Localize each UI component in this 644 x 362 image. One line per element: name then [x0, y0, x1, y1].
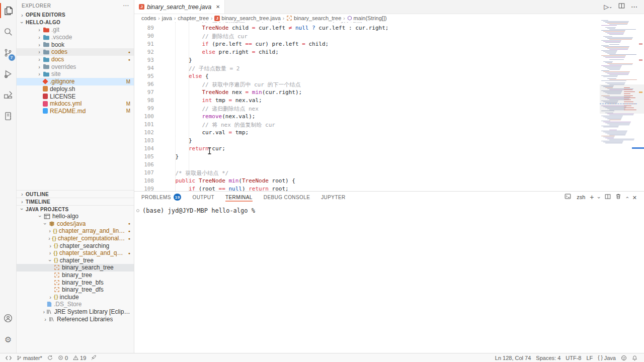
activity-item-settings[interactable]: ⚙: [0, 329, 17, 350]
split-panel-button[interactable]: [605, 193, 611, 202]
minimap[interactable]: [600, 20, 638, 147]
explorer-item-LICENSE[interactable]: LICENSE: [17, 93, 134, 100]
java-tree-item-chapter_array_and_linkedlist[interactable]: ›{ }chapter_array_and_linkedlist●: [17, 227, 134, 235]
explorer-item-docs[interactable]: ›docs●: [17, 56, 134, 63]
status-item-bell[interactable]: [629, 355, 640, 361]
project-root-section[interactable]: › HELLO-ALGO: [17, 19, 134, 26]
close-icon[interactable]: ✕: [216, 4, 220, 10]
code-text: if (root == null) return root;: [162, 186, 289, 191]
status-item-branch[interactable]: master*: [14, 355, 45, 361]
outline-section[interactable]: › OUTLINE: [17, 190, 134, 198]
chevron-right-icon: ›: [36, 27, 43, 33]
activity-item-source-control[interactable]: 7: [0, 42, 17, 63]
breadcrumb-item[interactable]: codes: [141, 15, 156, 21]
java-tree-item-binary_tree[interactable]: binary_tree: [17, 272, 134, 279]
status-item-braces[interactable]: { }Java: [595, 355, 618, 361]
status-item-warning[interactable]: 19: [70, 355, 89, 361]
more-actions-button[interactable]: ⋯: [631, 2, 638, 11]
code-text: else pre.right = child;: [162, 49, 279, 57]
status-item-sync[interactable]: [45, 355, 55, 360]
terminal-shell-button[interactable]: [565, 193, 571, 202]
breadcrumb-label: codes: [141, 15, 156, 21]
minimap-warning-squiggle: [600, 104, 637, 104]
line-number: 102: [134, 129, 162, 137]
java-tree-item-binary_tree_dfs[interactable]: binary_tree_dfs: [17, 286, 134, 294]
explorer-item-overrides[interactable]: ›overrides: [17, 63, 134, 70]
java-projects-section[interactable]: › JAVA PROJECTS: [17, 205, 134, 213]
status-bar: master*019 Ln 128, Col 74Spaces: 4UTF-8L…: [0, 353, 644, 362]
tree-item-label: Referenced Libraries: [57, 316, 113, 323]
java-tree-item--ds_store[interactable]: .DS_Store: [17, 301, 134, 308]
terminal[interactable]: (base) jyd@JYD-MBP hello-algo %: [134, 203, 644, 214]
breadcrumb-item[interactable]: chapter_tree: [178, 15, 209, 21]
explorer-item-site[interactable]: ›site: [17, 70, 134, 78]
new-terminal-button[interactable]: +: [590, 193, 594, 202]
breadcrumb-item[interactable]: main(String[]): [347, 15, 387, 21]
status-item-error[interactable]: 0: [55, 355, 70, 361]
activity-item-account[interactable]: [0, 308, 17, 329]
chevron-down-icon: ›: [19, 206, 25, 213]
status-item-spaces-4[interactable]: Spaces: 4: [533, 355, 563, 361]
java-tree-item-hello-algo[interactable]: ›hello-algo: [17, 213, 134, 220]
package-icon: [49, 221, 55, 227]
open-editors-section[interactable]: › OPEN EDITORS: [17, 11, 134, 19]
code-editor[interactable]: 88 // 当子结点数量 = 0 / 1 时， child = null / 该…: [134, 22, 600, 191]
kill-terminal-button[interactable]: [615, 193, 621, 202]
breadcrumb-item[interactable]: Jbinary_search_tree.java: [214, 15, 280, 21]
explorer-item-.git[interactable]: ›.git: [17, 26, 134, 34]
activity-item-search[interactable]: [0, 21, 17, 42]
explorer-item-mkdocs.yml[interactable]: mkdocs.ymlM: [17, 100, 134, 108]
dropdown-button[interactable]: ›: [598, 193, 600, 202]
status-item-rocket[interactable]: [89, 355, 99, 360]
explorer-item-.vscode[interactable]: ›.vscode: [17, 34, 134, 41]
tab-binary-search-tree[interactable]: J binary_search_tree.java ✕: [134, 0, 225, 14]
java-tree-item-jre-system-library-eclipse-temurin-17-17-[interactable]: ›JRE System Library [Eclipse Temurin 17 …: [17, 308, 134, 316]
breadcrumb-label: java: [162, 15, 172, 21]
status-item-lf[interactable]: LF: [584, 355, 595, 361]
panel-tab-problems[interactable]: PROBLEMS19: [141, 192, 181, 203]
activity-item-extensions[interactable]: [0, 84, 17, 106]
minimap-slider[interactable]: [600, 84, 644, 114]
code-line-108: 108 public TreeNode min(TreeNode root) {: [134, 177, 600, 186]
activity-item-run-debug[interactable]: [0, 63, 17, 84]
status-item-feedback[interactable]: [618, 355, 629, 361]
kill-terminal-icon: [615, 193, 621, 200]
java-tree-item-binary_search_tree[interactable]: binary_search_tree: [17, 264, 134, 272]
more-actions-icon[interactable]: ⋯: [123, 2, 129, 9]
status-item-remote[interactable]: [3, 355, 14, 360]
java-tree-item-referenced-libraries[interactable]: ›Referenced Libraries: [17, 315, 134, 323]
timeline-section[interactable]: › TIMELINE: [17, 198, 134, 205]
java-tree-item-codes-java[interactable]: ›codes/java●: [17, 220, 134, 228]
explorer-item-.gitignore[interactable]: .gitignoreM: [17, 78, 134, 85]
panel-tab-terminal[interactable]: TERMINAL: [225, 192, 253, 203]
run-button[interactable]: ▷⌄: [604, 2, 612, 11]
activity-item-notebook[interactable]: [0, 106, 17, 127]
explorer-item-codes[interactable]: ›codes●: [17, 48, 134, 56]
java-tree-item-chapter_searching[interactable]: ›{ }chapter_searching: [17, 242, 134, 249]
close-panel-button[interactable]: ✕: [632, 193, 637, 202]
explorer-item-book[interactable]: ›book: [17, 41, 134, 48]
activity-item-explorer[interactable]: [0, 0, 17, 21]
panel-tab-debug-console[interactable]: DEBUG CONSOLE: [264, 192, 310, 203]
rocket-icon: [91, 355, 97, 360]
status-item-ln-128-col-74[interactable]: Ln 128, Col 74: [493, 355, 534, 361]
breadcrumb-item[interactable]: binary_search_tree: [286, 15, 341, 21]
panel-tab-output[interactable]: OUTPUT: [192, 192, 214, 203]
file-label: LICENSE: [50, 93, 75, 100]
split-editor-button[interactable]: [618, 2, 625, 11]
breadcrumb-item[interactable]: java: [162, 15, 172, 21]
explorer-item-README.md[interactable]: README.mdM: [17, 108, 134, 115]
java-tree-item-include[interactable]: ›{ }include: [17, 294, 134, 301]
java-tree-item-chapter_stack_and_queue[interactable]: ›{ }chapter_stack_and_queue●: [17, 249, 134, 257]
maximize-panel-button[interactable]: ›: [626, 193, 628, 202]
status-item-utf-8[interactable]: UTF-8: [563, 355, 584, 361]
explorer-item-deploy.sh[interactable]: deploy.sh: [17, 85, 134, 93]
code-text: }: [162, 137, 192, 145]
panel-tab-jupyter[interactable]: JUPYTER: [321, 192, 345, 203]
java-tree-item-binary_tree_bfs[interactable]: binary_tree_bfs: [17, 279, 134, 286]
java-tree-item-chapter_tree[interactable]: ›{ }chapter_tree: [17, 257, 134, 264]
java-tree-item-chapter_computational_complexity[interactable]: ›{ }chapter_computational_complexity●: [17, 235, 134, 242]
minimap-line: [603, 127, 618, 127]
class-icon: [54, 264, 60, 270]
git-status-badge: M: [124, 79, 130, 84]
